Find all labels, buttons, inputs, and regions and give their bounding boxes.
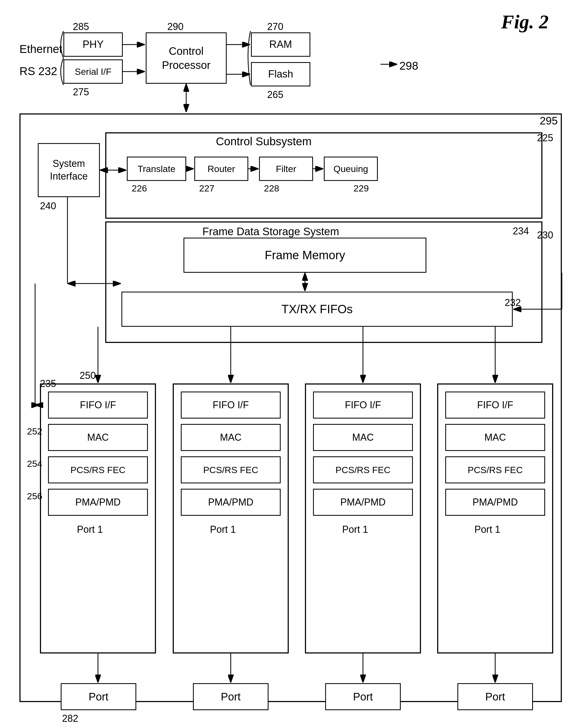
system-interface-box: System Interface <box>38 143 100 197</box>
bottom-port3-box: Port <box>325 683 401 710</box>
control-subsystem-label: Control Subsystem <box>216 135 312 148</box>
port4-mac: MAC <box>445 424 545 451</box>
ref-275: 275 <box>73 86 89 98</box>
port1-fifo-if: FIFO I/F <box>48 392 148 419</box>
ref-265: 265 <box>267 89 283 100</box>
port1-mac: MAC <box>48 424 148 451</box>
port2-pma: PMA/PMD <box>181 489 281 516</box>
phy-box: PHY <box>63 32 123 57</box>
ref-295: 295 <box>540 115 558 127</box>
filter-box: Filter <box>259 157 313 181</box>
ref-298: 298 <box>399 59 418 72</box>
flash-box: Flash <box>251 62 310 86</box>
frame-data-storage-label: Frame Data Storage System <box>202 226 339 238</box>
ref-227: 227 <box>199 183 215 193</box>
port2-mac: MAC <box>181 424 281 451</box>
port2-label: Port 1 <box>210 524 236 535</box>
ref-232: 232 <box>505 297 521 308</box>
ref-290: 290 <box>167 21 184 32</box>
figure-title: Fig. 2 <box>501 11 549 33</box>
ref-285: 285 <box>73 21 89 32</box>
port4-pma: PMA/PMD <box>445 489 545 516</box>
frame-memory-box: Frame Memory <box>184 238 426 273</box>
port3-fifo-if: FIFO I/F <box>313 392 413 419</box>
ref-225: 225 <box>537 132 553 144</box>
serial-if-box: Serial I/F <box>63 59 123 84</box>
rs232-label: RS 232 <box>20 65 57 78</box>
port4-label: Port 1 <box>474 524 500 535</box>
port2-fifo-if: FIFO I/F <box>181 392 281 419</box>
ref-270: 270 <box>267 21 283 32</box>
port3-pma: PMA/PMD <box>313 489 413 516</box>
port1-pcs: PCS/RS FEC <box>48 456 148 483</box>
queuing-box: Queuing <box>324 157 378 181</box>
ref-256: 256 <box>27 491 43 501</box>
translate-box: Translate <box>127 157 186 181</box>
ref-230: 230 <box>537 230 553 241</box>
port3-pcs: PCS/RS FEC <box>313 456 413 483</box>
port1-label-1: Port 1 <box>77 524 103 535</box>
port3-mac: MAC <box>313 424 413 451</box>
port4-fifo-if: FIFO I/F <box>445 392 545 419</box>
ethernet-label: Ethernet <box>20 43 62 56</box>
ref-250: 250 <box>80 370 96 381</box>
ref-228: 228 <box>264 183 279 193</box>
port2-pcs: PCS/RS FEC <box>181 456 281 483</box>
control-processor-box: Control Processor <box>146 32 227 84</box>
diagram: Fig. 2 Ethernet RS 232 PHY 285 Serial I/… <box>0 0 581 728</box>
bottom-port1-box: Port <box>61 683 136 710</box>
ref-240: 240 <box>40 200 56 212</box>
ref-254: 254 <box>27 459 43 469</box>
ref-226: 226 <box>132 183 147 193</box>
ref-282: 282 <box>62 713 78 724</box>
ram-box: RAM <box>251 32 310 57</box>
port1-pma: PMA/PMD <box>48 489 148 516</box>
bottom-port4-box: Port <box>458 683 533 710</box>
port4-pcs: PCS/RS FEC <box>445 456 545 483</box>
tx-rx-fifos-box: TX/RX FIFOs <box>121 292 513 327</box>
ref-229: 229 <box>354 183 369 193</box>
bottom-port2-box: Port <box>193 683 269 710</box>
router-box: Router <box>194 157 248 181</box>
ref-252: 252 <box>27 426 43 437</box>
ref-234: 234 <box>513 226 529 237</box>
port3-label: Port 1 <box>342 524 368 535</box>
